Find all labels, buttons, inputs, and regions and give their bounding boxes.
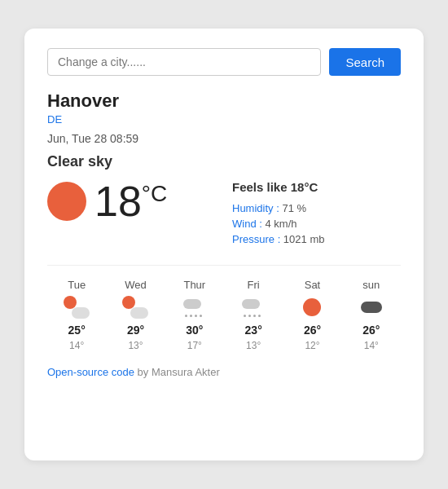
snow-icon [183, 296, 206, 319]
forecast-icon [182, 294, 208, 320]
country-code: DE [47, 113, 401, 126]
cloud-icon [361, 302, 382, 313]
weather-card: Search Hanover DE Jun, Tue 28 08:59 Clea… [24, 29, 424, 460]
temperature-display: 18°C [94, 180, 167, 222]
forecast-icon [122, 294, 148, 320]
wind-value: 4 km/h [265, 218, 296, 230]
low-temp: 13° [128, 340, 143, 351]
low-temp: 17° [187, 340, 202, 351]
wind-label: Wind : [232, 218, 265, 230]
low-temp: 12° [305, 340, 319, 351]
humidity-label: Humidity : [232, 202, 282, 214]
temp-unit: °C [142, 181, 167, 206]
forecast-day-label: Tue [68, 279, 86, 291]
snow-icon [242, 296, 265, 319]
forecast-day: Sat26°12° [283, 279, 341, 351]
forecast-day: Fri23°13° [224, 279, 283, 351]
forecast-icon [64, 294, 90, 320]
forecast-day-label: sun [362, 279, 380, 291]
city-search-input[interactable] [47, 48, 321, 76]
forecast-day-label: Thur [183, 279, 205, 291]
high-temp: 23° [245, 324, 262, 337]
open-source-link[interactable]: Open-source code [47, 366, 134, 378]
forecast-day: Wed29°13° [106, 279, 165, 351]
partly-cloudy-icon [122, 296, 148, 319]
wind-row: Wind : 4 km/h [232, 218, 401, 230]
forecast-row: Tue25°14°Wed29°13°Thur30°17°Fri23°13°Sat… [47, 265, 401, 351]
forecast-icon [240, 294, 266, 320]
forecast-icon [299, 294, 325, 320]
forecast-day: Tue25°14° [47, 279, 106, 351]
low-temp: 14° [364, 340, 379, 351]
low-temp: 13° [246, 340, 261, 351]
high-temp: 29° [127, 324, 144, 337]
forecast-day-label: Sat [305, 279, 321, 291]
sun-icon [303, 298, 321, 316]
humidity-value: 71 % [282, 202, 306, 214]
high-temp: 30° [186, 324, 203, 337]
footer: Open-source code by Mansura Akter [47, 366, 401, 378]
low-temp: 14° [69, 340, 84, 351]
forecast-day: sun26°14° [342, 279, 401, 351]
temp-value: 18 [94, 178, 142, 225]
condition: Clear sky [47, 153, 401, 170]
city-name: Hanover [47, 90, 401, 112]
weather-left: 18°C [47, 180, 216, 222]
datetime: Jun, Tue 28 08:59 [47, 132, 401, 145]
partly-cloudy-icon [64, 296, 90, 319]
footer-suffix: by Mansura Akter [134, 366, 220, 378]
forecast-icon [358, 294, 384, 320]
forecast-day: Thur30°17° [165, 279, 224, 351]
weather-details: Feels like 18°C Humidity : 71 % Wind : 4… [216, 180, 401, 249]
pressure-value: 1021 mb [283, 233, 325, 245]
high-temp: 26° [304, 324, 321, 337]
search-row: Search [47, 48, 401, 76]
search-button[interactable]: Search [329, 48, 401, 76]
forecast-day-label: Wed [125, 279, 147, 291]
forecast-day-label: Fri [248, 279, 260, 291]
clear-sky-icon [47, 182, 86, 221]
high-temp: 25° [68, 324, 86, 337]
humidity-row: Humidity : 71 % [232, 202, 401, 214]
feels-like: Feels like 18°C [232, 180, 401, 194]
pressure-label: Pressure : [232, 233, 283, 245]
main-weather: 18°C Feels like 18°C Humidity : 71 % Win… [47, 180, 401, 249]
pressure-row: Pressure : 1021 mb [232, 233, 401, 245]
high-temp: 26° [362, 324, 380, 337]
